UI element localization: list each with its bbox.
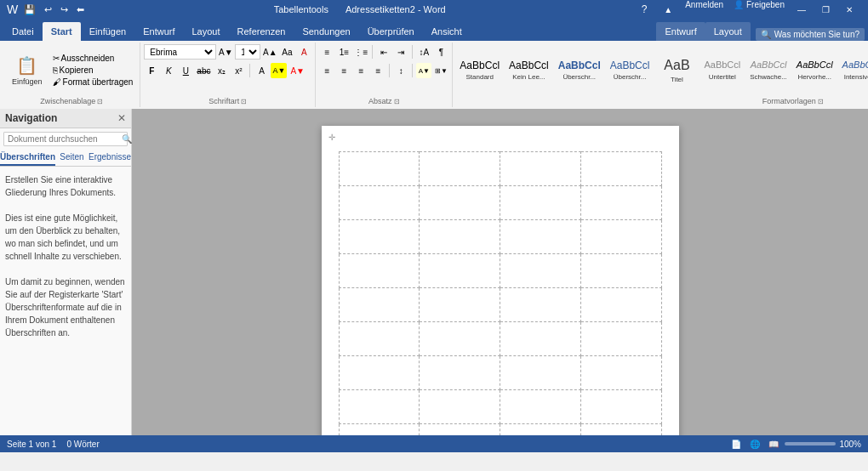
table-cell[interactable] [420, 390, 500, 424]
font-color-button[interactable]: A▼ [288, 63, 306, 78]
table-cell[interactable] [500, 424, 581, 436]
table-cell[interactable] [500, 322, 581, 356]
table-cell[interactable] [580, 390, 661, 424]
style-no-spacing[interactable]: AaBbCcl Kein Lee... [505, 46, 552, 95]
decrease-font-btn[interactable]: A▼ [218, 44, 233, 60]
decrease-indent-button[interactable]: ⇤ [376, 44, 391, 60]
redo-btn[interactable]: ↪ [58, 3, 71, 17]
table-cell[interactable] [500, 186, 581, 220]
text-highlight-button[interactable]: A▼ [271, 63, 287, 78]
align-center-button[interactable]: ≡ [336, 63, 351, 78]
document-area[interactable]: ✛ [132, 109, 868, 435]
zoom-slider[interactable] [785, 442, 836, 445]
save-btn[interactable]: 💾 [21, 3, 38, 17]
font-name-select[interactable]: Ebrima [144, 44, 216, 60]
tab-entwurf[interactable]: Entwurf [134, 22, 183, 41]
table-cell[interactable] [420, 322, 500, 356]
sort-button[interactable]: ↕A [416, 44, 431, 60]
change-case-btn[interactable]: Aa [279, 44, 294, 60]
tab-referenzen[interactable]: Referenzen [229, 22, 294, 41]
paragraph-expand-icon[interactable]: ⊡ [394, 98, 400, 105]
table-cell[interactable] [500, 356, 581, 390]
strikethrough-button[interactable]: abc [195, 63, 212, 78]
shading-button[interactable]: A▼ [416, 63, 431, 78]
table-cell[interactable] [580, 186, 661, 220]
font-expand-icon[interactable]: ⊡ [241, 98, 247, 105]
multilevel-list-button[interactable]: ⋮≡ [353, 44, 368, 60]
undo-btn[interactable]: ↩ [42, 3, 54, 17]
table-cell[interactable] [420, 356, 500, 390]
table-cell[interactable] [420, 254, 500, 288]
nav-close-button[interactable]: ✕ [117, 112, 126, 124]
line-spacing-button[interactable]: ↕ [393, 63, 408, 78]
copy-button[interactable]: ⎘ Kopieren [49, 65, 137, 76]
table-cell[interactable] [420, 288, 500, 322]
table-cell[interactable] [339, 424, 420, 436]
table-cell[interactable] [500, 152, 581, 186]
style-subtitle[interactable]: AaBbCcl Untertitel [700, 46, 744, 95]
tab-table-layout[interactable]: Layout [705, 22, 751, 41]
clear-format-btn[interactable]: A [296, 44, 311, 60]
table-cell[interactable] [580, 152, 661, 186]
paste-button[interactable]: 📋 Einfügen [7, 47, 48, 94]
table-cell[interactable] [580, 322, 661, 356]
border-button[interactable]: ⊞▼ [433, 63, 448, 78]
nav-search-input[interactable] [4, 133, 119, 145]
table-cell[interactable] [580, 356, 661, 390]
underline-button[interactable]: U [178, 63, 193, 78]
table-cell[interactable] [339, 186, 420, 220]
table-cell[interactable] [339, 220, 420, 254]
font-size-select[interactable]: 11 [235, 44, 260, 60]
increase-font-btn[interactable]: A▲ [262, 44, 277, 60]
justify-button[interactable]: ≡ [370, 63, 385, 78]
tab-datei[interactable]: Datei [3, 22, 43, 41]
close-btn[interactable]: ✕ [837, 0, 861, 19]
numbering-button[interactable]: 1≡ [336, 44, 351, 60]
style-h2[interactable]: AaBbCcl Überschr... [607, 46, 654, 95]
cut-button[interactable]: ✂ Ausschneiden [49, 53, 137, 64]
table-cell[interactable] [339, 152, 420, 186]
table-cell[interactable] [580, 220, 661, 254]
table-cell[interactable] [500, 288, 581, 322]
nav-tab-ergebnisse[interactable]: Ergebnisse [89, 150, 131, 166]
italic-button[interactable]: K [161, 63, 176, 78]
table-cell[interactable] [580, 288, 661, 322]
ribbon-search[interactable]: 🔍 Was möchten Sie tun? [756, 28, 865, 41]
web-view-btn[interactable]: 🌐 [747, 438, 762, 450]
table-cell[interactable] [580, 254, 661, 288]
tab-layout[interactable]: Layout [183, 22, 228, 41]
format-paint-button[interactable]: 🖌 Format übertragen [49, 77, 137, 88]
increase-indent-button[interactable]: ⇥ [393, 44, 408, 60]
align-left-button[interactable]: ≡ [319, 63, 334, 78]
table-cell[interactable] [339, 390, 420, 424]
share-btn[interactable]: 👤 Freigeben [728, 0, 790, 19]
tab-table-entwurf[interactable]: Entwurf [656, 22, 705, 41]
style-subtle-emph[interactable]: AaBbCcl Schwache... [746, 46, 791, 95]
read-view-btn[interactable]: 📖 [766, 438, 781, 450]
table-move-handle[interactable]: ✛ [328, 133, 335, 142]
tab-sendungen[interactable]: Sendungen [294, 22, 358, 41]
table-cell[interactable] [500, 220, 581, 254]
table-cell[interactable] [339, 356, 420, 390]
subscript-button[interactable]: x₂ [214, 63, 229, 78]
style-title[interactable]: AaB Titel [655, 46, 698, 95]
nav-tab-ueberschriften[interactable]: Überschriften [0, 150, 55, 166]
bullets-button[interactable]: ≡ [319, 44, 334, 60]
clipboard-expand-icon[interactable]: ⊡ [97, 98, 103, 105]
style-intense-emph[interactable]: AaBbCcl Intensive... [839, 46, 868, 95]
table-cell[interactable] [339, 288, 420, 322]
tab-einfuegen[interactable]: Einfügen [81, 22, 134, 41]
ribbon-toggle[interactable]: ▲ [656, 0, 680, 19]
tab-ueberpruefen[interactable]: Überprüfen [359, 22, 423, 41]
text-effect-button[interactable]: A [254, 63, 269, 78]
help-btn[interactable]: ? [632, 0, 656, 19]
table-cell[interactable] [420, 152, 500, 186]
back-btn[interactable]: ⬅ [74, 3, 87, 17]
superscript-button[interactable]: x² [231, 63, 246, 78]
sign-in-btn[interactable]: Anmelden [680, 0, 728, 19]
table-cell[interactable] [500, 390, 581, 424]
style-h1[interactable]: AaBbCcl Überschr... [555, 46, 604, 95]
table-cell[interactable] [339, 322, 420, 356]
table-cell[interactable] [420, 186, 500, 220]
style-standard[interactable]: AaBbCcl Standard [456, 46, 503, 95]
